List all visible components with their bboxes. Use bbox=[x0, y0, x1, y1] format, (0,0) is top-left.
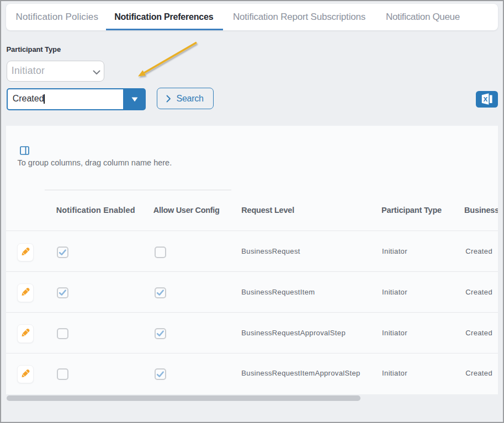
svg-text:X: X bbox=[483, 96, 487, 103]
